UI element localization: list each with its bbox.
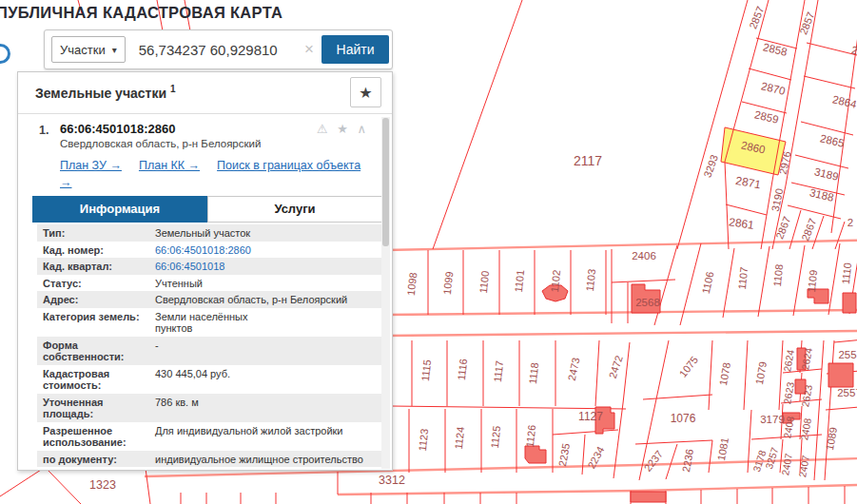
parcel-number-label[interactable]: 2865 <box>819 132 846 148</box>
parcel-boundary <box>788 205 841 219</box>
info-value[interactable]: 66:06:4501018:2860 <box>155 244 382 257</box>
results-header: Земельные участки 1 ★ <box>18 72 392 114</box>
parcel-number-label[interactable]: 2864 <box>831 93 857 110</box>
collapse-icon[interactable]: ∧ <box>357 122 369 136</box>
parcel-number-label[interactable]: 2859 <box>753 108 780 125</box>
parcel-number-label[interactable]: 1107 <box>736 266 750 290</box>
info-row: Кад. номер:66:06:4501018:2860 <box>37 242 382 259</box>
parcel-boundary <box>726 204 767 215</box>
parcel-number-label[interactable]: 1108 <box>771 263 785 287</box>
parcel-number-label[interactable]: 1116 <box>456 359 469 381</box>
parcel-number-label[interactable]: 1126 <box>524 424 537 448</box>
parcel-number-label[interactable]: 2236 <box>680 448 695 473</box>
parcel-boundary <box>807 43 857 55</box>
parcel-boundary <box>804 76 855 88</box>
parcel-link[interactable]: План КК → <box>139 159 200 172</box>
info-label: Кадастровая стоимость: <box>37 368 155 392</box>
parcel-number-label[interactable]: 1081 <box>715 436 730 461</box>
search-category-dropdown[interactable]: Участки ▾ <box>51 36 126 63</box>
parcel-number-label[interactable]: 3312 <box>379 474 405 487</box>
parcel-number-label[interactable]: 2568 <box>635 297 660 308</box>
parcel-number-label[interactable]: 2 <box>847 217 853 228</box>
parcel-number-label[interactable]: 1102 <box>549 269 562 293</box>
parcel-number-label[interactable]: 1101 <box>513 269 526 293</box>
parcel-number-label[interactable]: 2406 <box>632 250 656 262</box>
info-label: по документу: <box>37 454 155 466</box>
parcel-boundary <box>744 340 748 410</box>
app-window: 2857285728582870285928602871286128632864… <box>0 0 857 504</box>
parcel-number-label[interactable]: 2861 <box>728 215 755 232</box>
parcel-number-label[interactable]: 2623 <box>781 381 796 405</box>
parcel-number-label[interactable]: 1079 <box>753 360 769 385</box>
results-panel: Земельные участки 1 ★ 1. 66:06:4501018:2… <box>17 71 393 471</box>
parcel-link[interactable]: План ЗУ → <box>60 159 122 172</box>
parcel-number-label[interactable]: 1123 <box>417 428 430 452</box>
parcel-number-label[interactable]: 1118 <box>527 362 540 385</box>
parcel-number-label[interactable]: 1115 <box>419 359 433 382</box>
parcel-number-label[interactable]: 1124 <box>453 426 466 450</box>
info-row: Разрешенное использование:Для индивидуал… <box>37 422 382 451</box>
parcel-number-label[interactable]: 1099 <box>441 271 455 296</box>
parcel-number-label[interactable]: 1109 <box>806 269 819 293</box>
parcel-number-label[interactable]: 2117 <box>574 153 602 168</box>
parcel-number-label[interactable]: 2871 <box>734 174 762 191</box>
parcel-number-label[interactable]: 2867 <box>773 215 792 241</box>
parcel-boundary <box>748 410 751 473</box>
star-icon[interactable]: ★ <box>337 122 351 136</box>
parcel-number-label[interactable]: 3179 <box>760 414 785 425</box>
parcel-number-label[interactable]: 2557 <box>837 387 857 398</box>
tab-inactive[interactable]: Услуги <box>207 196 382 223</box>
parcel-number-label[interactable]: 1100 <box>477 270 491 294</box>
parcel-number-label[interactable]: 1125 <box>489 425 502 449</box>
parcel-number-label[interactable]: 2472 <box>607 354 625 379</box>
parcel-number-label[interactable]: 1076 <box>671 412 696 425</box>
parcel-number-label[interactable]: 3293 <box>701 153 720 179</box>
info-row: по документу:индивидуальное жилищное стр… <box>37 451 382 468</box>
parcel-number-label[interactable]: 3189 <box>813 165 840 182</box>
info-value: Учтенный <box>155 278 382 290</box>
parcel-number-label[interactable]: 2408 <box>798 417 813 441</box>
parcel-boundary <box>46 468 81 504</box>
parcel-number-label[interactable]: 1103 <box>584 268 597 292</box>
warning-icon[interactable]: ⚠ <box>317 122 331 136</box>
scrollbar[interactable] <box>381 117 390 469</box>
parcel-number-label[interactable]: 1117 <box>492 360 505 383</box>
parcel-number-label[interactable]: 2235 <box>556 442 572 467</box>
parcel-boundary <box>582 435 585 475</box>
parcel-number-label[interactable]: 1098 <box>405 272 419 297</box>
parcel-number-label[interactable]: 2624 <box>781 349 796 373</box>
parcel-number-label[interactable]: 1078 <box>717 361 732 386</box>
parcel-number-label[interactable]: 2473 <box>566 357 582 381</box>
parcel-number-label[interactable]: 1089 <box>824 426 839 451</box>
parcel-number-label[interactable]: 3257 <box>763 446 781 471</box>
tab-active[interactable]: Информация <box>32 196 207 223</box>
favorites-button[interactable]: ★ <box>350 77 381 107</box>
parcel-number-label[interactable]: 1127 <box>578 410 603 423</box>
info-table: Тип:Земельный участокКад. номер:66:06:45… <box>37 224 382 471</box>
road-line <box>639 484 857 491</box>
road-line <box>385 310 857 315</box>
building-footprint <box>828 363 853 387</box>
building-footprint <box>631 492 666 502</box>
parcel-number-label[interactable]: 2870 <box>760 80 787 96</box>
parcel-number-label[interactable]: 2407 <box>796 455 811 478</box>
parcel-number-label[interactable]: 3188 <box>808 186 835 203</box>
parcel-number-label[interactable]: 2858 <box>762 41 789 57</box>
clear-search-icon[interactable]: × <box>304 40 314 59</box>
parcel-number-label[interactable]: 3190 <box>769 187 786 212</box>
parcel-number-label[interactable]: 2857 <box>747 5 766 30</box>
search-button[interactable]: Найти <box>321 35 389 64</box>
search-input[interactable] <box>137 41 297 59</box>
parcel-boundary <box>595 340 599 406</box>
parcel-boundary <box>828 243 840 315</box>
parcel-number-label[interactable]: 2863 <box>850 44 857 60</box>
parcel-number-label[interactable]: 1110 <box>840 262 853 285</box>
parcel-number-label[interactable]: 1106 <box>700 270 716 295</box>
parcel-number-label[interactable]: 1323 <box>89 478 116 492</box>
parcel-number-label[interactable]: 1075 <box>677 354 701 379</box>
info-row: Кадастровая стоимость:430 445,04 руб. <box>37 365 382 394</box>
parcel-number-label[interactable]: 255 <box>838 349 856 360</box>
info-value: 786 кв. м <box>155 397 382 420</box>
info-value[interactable]: 66:06:4501018 <box>155 261 382 273</box>
scrollbar-thumb[interactable] <box>382 118 389 246</box>
